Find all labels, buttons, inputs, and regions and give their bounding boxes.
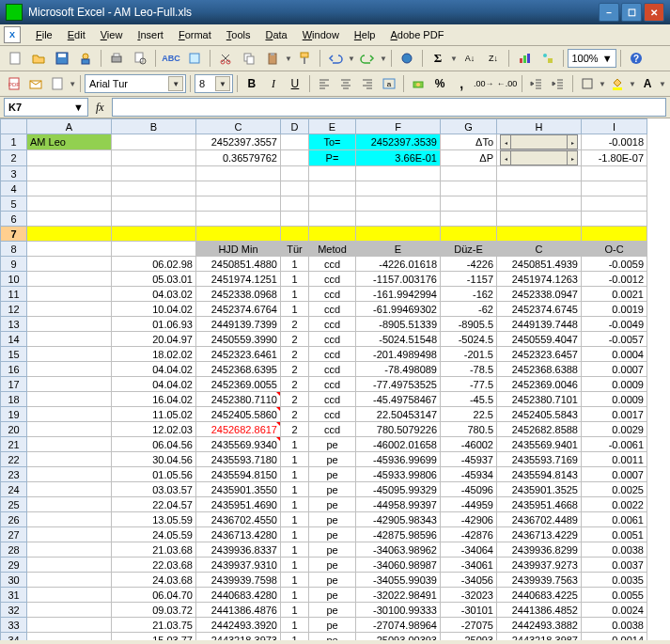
app-icon[interactable]: X xyxy=(4,26,21,43)
row-header[interactable]: 3 xyxy=(1,166,27,181)
row-header[interactable]: 20 xyxy=(1,422,27,437)
spinner-control[interactable]: ◂▸ xyxy=(497,134,582,150)
help-button[interactable]: ? xyxy=(625,47,647,70)
cell[interactable]: 0.0007 xyxy=(582,467,647,482)
cell[interactable]: -1.80E-07 xyxy=(582,150,647,166)
borders-dropdown[interactable]: ▼ xyxy=(599,80,606,88)
permission-button[interactable] xyxy=(74,47,97,70)
cell[interactable]: -42905.98343 xyxy=(356,512,441,527)
increase-indent-button[interactable] xyxy=(548,72,569,95)
cell[interactable]: ccd xyxy=(309,332,356,347)
cell[interactable]: 1 xyxy=(281,482,309,497)
hyperlink-button[interactable] xyxy=(396,47,418,70)
cell[interactable]: 2441386.4876 xyxy=(196,603,281,618)
cell[interactable]: 1 xyxy=(281,588,309,603)
cell[interactable]: 2442493.3882 xyxy=(497,618,582,633)
cell[interactable]: 2452338.0947 xyxy=(497,287,582,302)
cell[interactable]: 30.04.56 xyxy=(112,452,196,467)
cell[interactable]: -78.5 xyxy=(441,362,497,377)
cell[interactable]: 2435594.8150 xyxy=(196,467,281,482)
fill-color-button[interactable] xyxy=(607,72,628,95)
cell[interactable]: 24.05.59 xyxy=(112,527,196,542)
cell[interactable]: 2450559.3990 xyxy=(196,332,281,347)
cell[interactable]: 0.0038 xyxy=(582,542,647,558)
cell[interactable] xyxy=(112,134,196,150)
cell[interactable]: 06.02.98 xyxy=(112,257,196,272)
cell[interactable]: 04.04.02 xyxy=(112,377,196,392)
row-header[interactable]: 19 xyxy=(1,407,27,422)
cell[interactable]: 2452397.3539 xyxy=(356,134,441,150)
cell[interactable]: 0.0038 xyxy=(582,618,647,633)
cell[interactable]: -8905.51339 xyxy=(356,317,441,332)
cell[interactable]: 2452323.6461 xyxy=(196,347,281,362)
cell[interactable]: 12.02.03 xyxy=(112,422,196,437)
cell[interactable]: -8905.5 xyxy=(441,317,497,332)
row-header[interactable]: 13 xyxy=(1,317,27,332)
cell[interactable]: 04.04.02 xyxy=(112,362,196,377)
cell[interactable]: 05.03.01 xyxy=(112,272,196,287)
cell[interactable]: 780.5 xyxy=(441,422,497,437)
cell[interactable]: 2452405.5843 xyxy=(497,407,582,422)
cell[interactable]: 2450559.4047 xyxy=(497,332,582,347)
row-header[interactable]: 7 xyxy=(1,227,27,242)
cell[interactable]: 1 xyxy=(281,633,309,641)
copy-button[interactable] xyxy=(238,47,260,70)
save-button[interactable] xyxy=(51,47,73,70)
cell[interactable]: 0.0055 xyxy=(582,588,647,603)
row-header[interactable]: 18 xyxy=(1,392,27,407)
col-header-C[interactable]: C xyxy=(196,119,281,134)
pdf-review-button[interactable] xyxy=(47,72,68,95)
borders-button[interactable] xyxy=(577,72,598,95)
cell[interactable] xyxy=(27,377,112,392)
cell[interactable]: -32022.98491 xyxy=(356,588,441,603)
cell[interactable]: 3.66E-01 xyxy=(356,150,441,166)
cell[interactable]: 21.03.75 xyxy=(112,618,196,633)
col-header-H[interactable]: H xyxy=(497,119,582,134)
comma-button[interactable]: , xyxy=(451,72,472,95)
cell[interactable]: 2435901.3525 xyxy=(497,482,582,497)
close-button[interactable]: ✕ xyxy=(644,3,664,22)
cell[interactable]: 2439936.8337 xyxy=(196,542,281,558)
menu-adobe-pdf[interactable]: Adobe PDF xyxy=(382,27,451,42)
cell[interactable]: 2452682.8617 xyxy=(196,422,281,437)
menu-help[interactable]: Help xyxy=(347,27,383,42)
merge-center-button[interactable]: a xyxy=(379,72,399,95)
research-button[interactable] xyxy=(183,47,206,70)
cell[interactable]: E xyxy=(356,242,441,257)
cell[interactable]: 2436702.4550 xyxy=(196,512,281,527)
cell[interactable]: pe xyxy=(309,497,356,512)
select-all[interactable] xyxy=(1,119,27,134)
menu-file[interactable]: File xyxy=(28,27,60,42)
cell[interactable]: -46002.01658 xyxy=(356,437,441,452)
cell[interactable]: 2 xyxy=(281,422,309,437)
cell[interactable]: 2 xyxy=(281,347,309,362)
menu-window[interactable]: Window xyxy=(295,27,347,42)
cell[interactable]: 2 xyxy=(281,362,309,377)
cell[interactable]: 22.03.68 xyxy=(112,558,196,573)
cell[interactable]: ccd xyxy=(309,407,356,422)
cell[interactable]: Düz-E xyxy=(441,242,497,257)
spelling-button[interactable]: ABC xyxy=(160,47,182,70)
cell[interactable] xyxy=(196,227,281,242)
cell[interactable]: pe xyxy=(309,437,356,452)
cell[interactable]: -30100.99333 xyxy=(356,603,441,618)
cell[interactable]: 2452368.6395 xyxy=(196,362,281,377)
cell[interactable] xyxy=(27,150,112,166)
cell[interactable]: -0.0018 xyxy=(582,134,647,150)
cell[interactable]: -45936.99699 xyxy=(356,452,441,467)
cell[interactable] xyxy=(309,227,356,242)
cell[interactable] xyxy=(441,227,497,242)
cell[interactable]: 1 xyxy=(281,618,309,633)
cell[interactable]: -78.498089 xyxy=(356,362,441,377)
cell[interactable]: 0.0035 xyxy=(582,573,647,588)
row-header[interactable]: 33 xyxy=(1,618,27,633)
cell[interactable] xyxy=(27,633,112,641)
cell[interactable]: pe xyxy=(309,588,356,603)
cell[interactable]: -0.0059 xyxy=(582,257,647,272)
cell[interactable]: ccd xyxy=(309,302,356,317)
cell[interactable] xyxy=(27,588,112,603)
cell[interactable]: -0.0049 xyxy=(582,317,647,332)
cell[interactable]: ccd xyxy=(309,362,356,377)
row-header[interactable]: 17 xyxy=(1,377,27,392)
autosum-button[interactable]: Σ xyxy=(427,47,449,70)
